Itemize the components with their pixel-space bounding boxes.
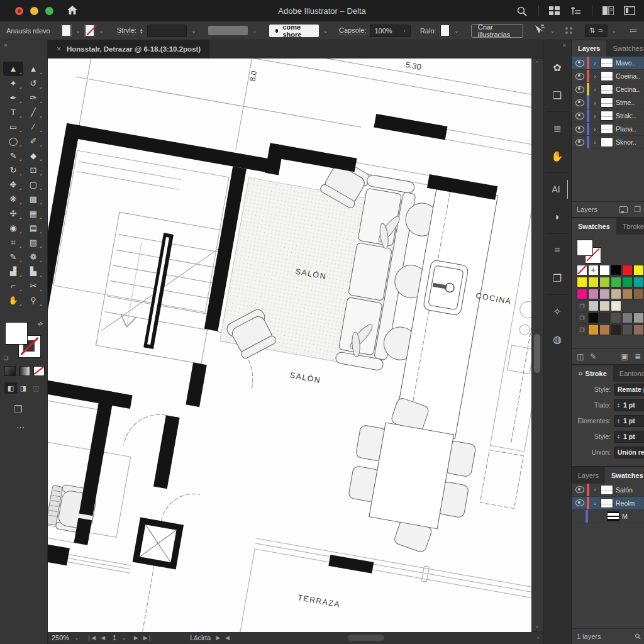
eyedropper-tool[interactable]: ◉ <box>3 221 23 235</box>
variable-width-chevron-icon[interactable]: ⌄ <box>252 28 258 34</box>
sparkle-spray-icon[interactable]: ✧ <box>548 302 567 321</box>
tab-appearance[interactable]: Eantonoracie <box>613 365 644 382</box>
fill-chevron-icon[interactable]: ⌄ <box>75 28 81 34</box>
expand-chevron-icon[interactable]: › <box>592 139 598 146</box>
layer-name[interactable]: Strak:.. <box>616 112 636 119</box>
ai-panel-icon[interactable]: AI <box>547 180 568 199</box>
document-info-icon[interactable]: ❏ <box>548 86 567 104</box>
collapse-chevron-icon[interactable]: ⌄ <box>592 499 598 506</box>
layer-thumbnail[interactable] <box>601 137 613 147</box>
expand-chevron-icon[interactable]: › <box>592 126 598 133</box>
layer-row[interactable]: › Sknor.. <box>572 136 644 149</box>
list-menu-icon[interactable]: ≔ <box>630 26 638 35</box>
expand-chevron-icon[interactable]: › <box>592 486 598 493</box>
slice-tool[interactable]: ✂ <box>23 279 43 293</box>
grid-panes-icon[interactable] <box>549 6 560 16</box>
rectangle-tool[interactable]: ▭ <box>3 119 23 134</box>
horizontal-scrollbar[interactable] <box>235 634 532 641</box>
swatch-menu-icon[interactable]: ≣ <box>635 352 641 361</box>
fill-proxy-swatch[interactable] <box>5 322 28 345</box>
swatch-libraries-icon[interactable]: ◫ <box>577 352 584 361</box>
visibility-eye-icon[interactable] <box>575 486 584 493</box>
pointer-input-icon[interactable] <box>533 25 546 36</box>
visibility-eye-icon[interactable] <box>575 73 584 80</box>
mesh-tool[interactable]: ▦ <box>23 206 43 221</box>
swatch-color[interactable] <box>599 313 610 323</box>
layer-name[interactable]: Coeina.. <box>616 72 640 80</box>
swatch-color[interactable] <box>599 265 610 275</box>
create-illustration-button[interactable]: Cnar illustracias <box>471 24 524 38</box>
column-graph-tool[interactable]: ▙ <box>23 264 43 279</box>
layer-thumbnail[interactable] <box>601 58 613 68</box>
tab-layers[interactable]: Layers <box>572 40 606 57</box>
swatch-color[interactable] <box>611 325 621 335</box>
swatch-color[interactable] <box>599 277 610 287</box>
arrange-chevron-icon[interactable]: ⌄ <box>611 28 618 34</box>
layer-thumbnail[interactable] <box>601 97 613 108</box>
tab-swatches[interactable]: Swatches <box>572 218 616 235</box>
expand-chevron-icon[interactable]: › <box>592 99 598 106</box>
dots-grid-icon[interactable] <box>565 27 572 34</box>
split-columns-icon[interactable] <box>602 6 614 16</box>
stroke-color-swatch[interactable] <box>85 25 94 36</box>
expand-chevron-icon[interactable]: › <box>592 60 598 67</box>
zoom-window-button[interactable] <box>45 7 53 15</box>
curvature-tool[interactable]: ✑ <box>23 91 43 105</box>
brush-icon[interactable]: ✎ <box>590 352 596 361</box>
home-icon[interactable] <box>67 6 77 16</box>
symbol-sprayer-tool[interactable]: ❋ <box>3 192 23 206</box>
comment-bubble-icon[interactable] <box>619 206 628 213</box>
tab-swatches[interactable]: Swatches <box>606 40 644 57</box>
next-artboard-icon[interactable]: ▶ <box>134 635 138 641</box>
layer-name[interactable]: Plana.. <box>616 125 636 133</box>
layer-thumbnail[interactable] <box>601 498 613 508</box>
direct-selection-tool[interactable]: ▲ <box>23 62 43 76</box>
swatch-color[interactable] <box>633 313 644 323</box>
layer-row[interactable]: › Coeina.. <box>572 70 644 83</box>
swatch-color[interactable] <box>588 325 599 335</box>
layer-thumbnail[interactable] <box>601 71 613 81</box>
style-value-field[interactable] <box>147 25 187 37</box>
color-mode-button[interactable] <box>4 366 16 376</box>
vertical-scroll-thumb[interactable] <box>534 334 540 373</box>
free-transform-tool[interactable]: ▢ <box>23 177 43 192</box>
draw-normal-button[interactable]: ◧ <box>4 382 17 394</box>
layer-row[interactable]: › Salón <box>572 484 644 497</box>
symbol-tool[interactable]: ❁ <box>23 250 43 264</box>
layer-name[interactable]: Stme.. <box>616 99 635 106</box>
artboard-tool[interactable]: ⌐ <box>3 279 23 293</box>
weight-stepper[interactable]: ▴▾ 1 pt <box>614 399 644 411</box>
search-layers-icon[interactable]: ⚲ <box>633 631 643 641</box>
swatch-color[interactable] <box>633 289 644 299</box>
layer-row[interactable]: ⌄ Reolm <box>572 497 644 510</box>
toolbar-overflow-chevrons[interactable]: » <box>4 42 7 48</box>
scroll-up-icon[interactable]: ⌃ <box>535 60 540 67</box>
miter-stepper[interactable]: ▴▾ 1 pt <box>614 415 644 427</box>
ink-blob-icon[interactable]: ◗ <box>548 208 567 226</box>
structure-tree-icon[interactable] <box>570 6 582 16</box>
layer-name[interactable]: Mavo.. <box>616 59 636 67</box>
document-tab[interactable]: × Honsstalr, Detrazar @ 6-18.(3:10.2post… <box>48 40 209 58</box>
swatch-color[interactable] <box>633 265 644 275</box>
arrange-sort-button[interactable]: ⇅ ⊃ <box>585 25 608 37</box>
menu-lines-icon[interactable]: ≡ <box>548 241 567 260</box>
search-icon[interactable] <box>517 6 528 16</box>
dock-collapse-icon[interactable]: « <box>562 42 571 48</box>
ralo-color-swatch[interactable] <box>440 25 450 36</box>
layer-name[interactable]: Reolm <box>616 499 635 507</box>
zoom-chevron-icon[interactable]: ⌄ <box>74 635 79 641</box>
preset-chevron-icon[interactable]: ⌄ <box>323 28 329 34</box>
status-prev-icon[interactable]: ◀ <box>225 635 230 641</box>
chart-tool[interactable]: ▟ <box>3 264 23 279</box>
swatch-none[interactable] <box>577 265 587 275</box>
scroll-right-icon[interactable]: › <box>537 635 539 641</box>
last-artboard-icon[interactable]: ▶❘ <box>143 635 152 641</box>
swatch-color[interactable] <box>622 325 633 335</box>
artboard-number-chevron-icon[interactable]: ⌄ <box>121 635 126 641</box>
layer-thumbnail[interactable] <box>601 84 613 94</box>
sublayer-name[interactable]: M <box>622 513 628 520</box>
visibility-eye-icon[interactable] <box>575 139 584 146</box>
swatch-color[interactable] <box>611 301 621 311</box>
layer-row[interactable]: › Plana.. <box>572 123 644 136</box>
pointer-chevron-icon[interactable]: ⌄ <box>550 28 556 34</box>
